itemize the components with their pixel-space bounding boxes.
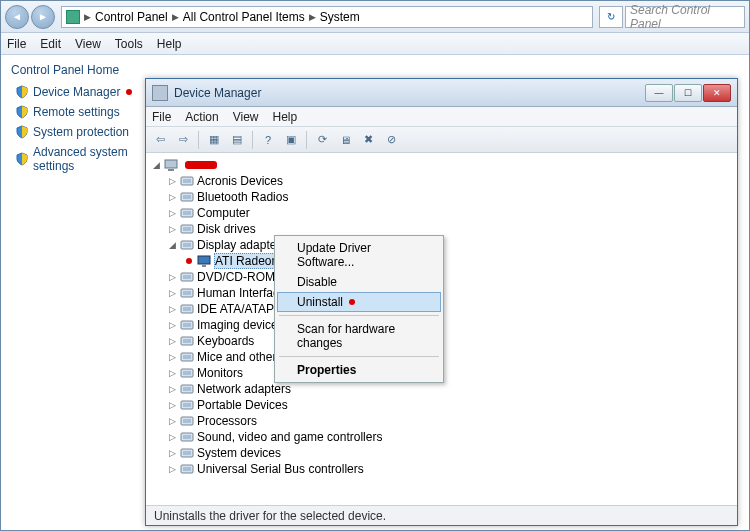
toolbar-help-button[interactable]: ? xyxy=(258,130,278,150)
expand-icon[interactable]: ▷ xyxy=(168,369,177,378)
toolbar-uninstall-button[interactable]: ✖ xyxy=(358,130,378,150)
menu-help[interactable]: Help xyxy=(157,37,182,51)
chevron-right-icon: ▶ xyxy=(309,12,316,22)
search-input[interactable]: Search Control Panel xyxy=(625,6,745,28)
left-nav-item[interactable]: Remote settings xyxy=(15,105,136,119)
close-button[interactable]: ✕ xyxy=(703,84,731,102)
expand-icon[interactable]: ▷ xyxy=(168,209,177,218)
device-tree[interactable]: ◢ ▷Acronis Devices▷Bluetooth Radios▷Comp… xyxy=(146,153,737,505)
breadcrumb-item[interactable]: Control Panel xyxy=(95,10,168,24)
shield-icon xyxy=(15,152,29,166)
expand-icon[interactable]: ▷ xyxy=(168,273,177,282)
toolbar-back-button[interactable]: ⇦ xyxy=(150,130,170,150)
tree-node[interactable]: ▷Processors xyxy=(152,413,731,429)
menu-tools[interactable]: Tools xyxy=(115,37,143,51)
left-nav-item[interactable]: System protection xyxy=(15,125,136,139)
svg-rect-17 xyxy=(183,291,191,295)
context-menu-label: Scan for hardware changes xyxy=(297,322,431,350)
highlight-dot-icon xyxy=(126,89,132,95)
menu-file[interactable]: File xyxy=(7,37,26,51)
expand-icon[interactable]: ▷ xyxy=(168,353,177,362)
expand-icon[interactable]: ▷ xyxy=(168,225,177,234)
collapse-icon[interactable]: ◢ xyxy=(152,161,161,170)
collapse-icon[interactable]: ◢ xyxy=(168,241,177,250)
toolbar-forward-button[interactable]: ⇨ xyxy=(173,130,193,150)
breadcrumb[interactable]: ▶ Control Panel ▶ All Control Panel Item… xyxy=(61,6,593,28)
maximize-button[interactable]: ☐ xyxy=(674,84,702,102)
minimize-button[interactable]: — xyxy=(645,84,673,102)
expand-icon[interactable]: ▷ xyxy=(168,417,177,426)
expand-icon[interactable]: ▷ xyxy=(168,465,177,474)
tree-node-label: Display adapters xyxy=(197,238,286,252)
tree-node[interactable]: ▷Sound, video and game controllers xyxy=(152,429,731,445)
svg-rect-19 xyxy=(183,307,191,311)
tree-node[interactable]: ▷Computer xyxy=(152,205,731,221)
menu-edit[interactable]: Edit xyxy=(40,37,61,51)
expand-icon[interactable]: ▷ xyxy=(168,449,177,458)
expand-icon[interactable]: ▷ xyxy=(168,433,177,442)
tree-node-label: Imaging devices xyxy=(197,318,284,332)
device-category-icon xyxy=(180,446,194,460)
device-category-icon xyxy=(180,366,194,380)
expand-icon[interactable]: ▷ xyxy=(168,337,177,346)
tree-node[interactable]: ▷Acronis Devices xyxy=(152,173,731,189)
display-adapter-icon xyxy=(197,254,211,268)
toolbar-scan-button[interactable]: 🖥 xyxy=(335,130,355,150)
context-menu-item[interactable]: Update Driver Software... xyxy=(277,238,441,272)
forward-button[interactable]: ► xyxy=(31,5,55,29)
back-button[interactable]: ◄ xyxy=(5,5,29,29)
expand-icon[interactable]: ▷ xyxy=(168,305,177,314)
context-menu-label: Disable xyxy=(297,275,337,289)
context-menu-item[interactable]: Uninstall xyxy=(277,292,441,312)
dm-menu-help[interactable]: Help xyxy=(273,110,298,124)
expand-icon[interactable]: ▷ xyxy=(168,177,177,186)
device-category-icon xyxy=(180,222,194,236)
tree-node[interactable]: ▷Bluetooth Radios xyxy=(152,189,731,205)
context-menu-separator xyxy=(279,356,439,357)
device-manager-window: Device Manager — ☐ ✕ File Action View He… xyxy=(145,78,738,526)
tree-node-label: Disk drives xyxy=(197,222,256,236)
tree-node[interactable]: ▷System devices xyxy=(152,445,731,461)
chevron-right-icon: ▶ xyxy=(84,12,91,22)
svg-rect-29 xyxy=(183,387,191,391)
tree-root[interactable]: ◢ xyxy=(152,157,731,173)
expand-icon[interactable]: ▷ xyxy=(168,385,177,394)
dm-menu-action[interactable]: Action xyxy=(185,110,218,124)
dm-title-bar[interactable]: Device Manager — ☐ ✕ xyxy=(146,79,737,107)
context-menu-item[interactable]: Disable xyxy=(277,272,441,292)
dm-toolbar: ⇦ ⇨ ▦ ▤ ? ▣ ⟳ 🖥 ✖ ⊘ xyxy=(146,127,737,153)
toolbar-update-driver-button[interactable]: ⟳ xyxy=(312,130,332,150)
device-category-icon xyxy=(180,270,194,284)
left-nav-item[interactable]: Device Manager xyxy=(15,85,136,99)
svg-rect-23 xyxy=(183,339,191,343)
dm-menu-file[interactable]: File xyxy=(152,110,171,124)
dm-title-text: Device Manager xyxy=(174,86,639,100)
breadcrumb-item[interactable]: All Control Panel Items xyxy=(183,10,305,24)
device-category-icon xyxy=(180,206,194,220)
tree-node[interactable]: ▷Universal Serial Bus controllers xyxy=(152,461,731,477)
refresh-button[interactable]: ↻ xyxy=(599,6,623,28)
device-category-icon xyxy=(180,238,194,252)
computer-icon xyxy=(164,158,178,172)
left-nav-label: Remote settings xyxy=(33,105,120,119)
tree-node[interactable]: ▷Portable Devices xyxy=(152,397,731,413)
dm-menu-view[interactable]: View xyxy=(233,110,259,124)
redacted-computer-name xyxy=(185,161,217,169)
expand-icon[interactable]: ▷ xyxy=(168,401,177,410)
menu-view[interactable]: View xyxy=(75,37,101,51)
context-menu-item[interactable]: Scan for hardware changes xyxy=(277,319,441,353)
tree-node[interactable]: ▷Network adapters xyxy=(152,381,731,397)
tree-node-label: Portable Devices xyxy=(197,398,288,412)
context-menu-item[interactable]: Properties xyxy=(277,360,441,380)
toolbar-show-hide-tree-button[interactable]: ▦ xyxy=(204,130,224,150)
expand-icon[interactable]: ▷ xyxy=(168,321,177,330)
toolbar-properties-button[interactable]: ▤ xyxy=(227,130,247,150)
left-nav-item[interactable]: Advanced system settings xyxy=(15,145,136,173)
toolbar-action-button[interactable]: ▣ xyxy=(281,130,301,150)
toolbar-disable-button[interactable]: ⊘ xyxy=(381,130,401,150)
expand-icon[interactable]: ▷ xyxy=(168,289,177,298)
highlight-dot-icon xyxy=(349,299,355,305)
breadcrumb-item[interactable]: System xyxy=(320,10,360,24)
svg-rect-9 xyxy=(183,227,191,231)
expand-icon[interactable]: ▷ xyxy=(168,193,177,202)
